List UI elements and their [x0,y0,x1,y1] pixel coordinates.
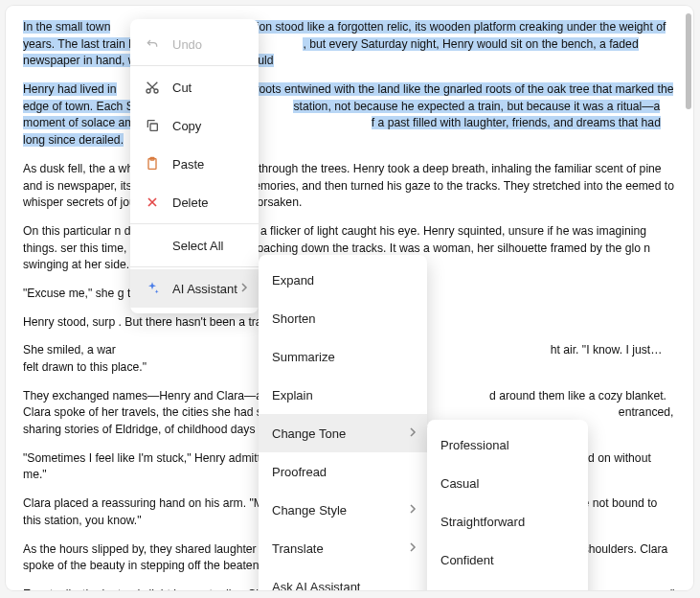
explain-label: Explain [272,388,414,402]
blank-icon [144,237,161,254]
tone-submenu: Professional Casual Straightforward Conf… [427,420,588,590]
paste-label: Paste [172,157,245,172]
delete-icon [144,194,161,211]
confident-item[interactable]: Confident [427,540,588,579]
straightforward-item[interactable]: Straightforward [427,502,588,540]
delete-label: Delete [172,196,245,210]
undo-item: Undo [130,25,259,63]
proofread-label: Proofread [272,465,414,479]
change-style-label: Change Style [272,503,414,518]
menu-separator [130,266,259,267]
copy-item[interactable]: Copy [130,106,259,145]
selected-text: In the small town [23,20,110,34]
change-tone-label: Change Tone [272,426,414,441]
svg-point-0 [147,89,150,93]
explain-item[interactable]: Explain [259,376,427,414]
cut-label: Cut [172,80,245,95]
cut-item[interactable]: Cut [130,68,259,106]
chevron-right-icon [239,283,249,294]
vertical-scrollbar[interactable] [686,13,691,109]
casual-item[interactable]: Casual [427,464,588,502]
paste-item[interactable]: Paste [130,145,259,183]
ask-ai-item[interactable]: Ask AI Assistant [259,567,427,590]
ai-assistant-label: AI Assistant [172,282,245,296]
svg-point-1 [154,89,158,93]
menu-separator [130,65,259,66]
delete-item[interactable]: Delete [130,183,259,221]
expand-label: Expand [272,273,414,288]
translate-label: Translate [272,541,414,556]
summarize-label: Summarize [272,350,414,364]
change-tone-item[interactable]: Change Tone [259,414,427,452]
select-all-item[interactable]: Select All [130,226,259,264]
context-menu: Undo Cut Copy Paste Delete [130,19,259,313]
shorten-label: Shorten [272,311,414,326]
translate-item[interactable]: Translate [259,529,427,567]
editor-container: In the small town tation stood like a fo… [6,6,693,590]
change-style-item[interactable]: Change Style [259,491,427,529]
ai-assistant-item[interactable]: AI Assistant [130,269,259,308]
summarize-item[interactable]: Summarize [259,337,427,376]
confident-label: Confident [440,553,575,567]
copy-label: Copy [172,119,245,133]
paste-icon [144,155,161,172]
chevron-right-icon [408,542,418,554]
friendly-item[interactable]: Friendly [427,579,588,590]
undo-icon [144,35,161,53]
select-all-label: Select All [172,239,245,253]
expand-item[interactable]: Expand [259,261,427,299]
professional-label: Professional [440,438,575,452]
menu-separator [130,223,259,224]
sparkle-icon [144,280,161,297]
ai-submenu: Expand Shorten Summarize Explain Change … [259,255,427,590]
casual-label: Casual [440,476,575,491]
proofread-item[interactable]: Proofread [259,452,427,491]
shorten-item[interactable]: Shorten [259,299,427,337]
svg-rect-2 [150,124,157,130]
chevron-right-icon [408,504,418,516]
ask-ai-label: Ask AI Assistant [272,580,414,591]
undo-label: Undo [172,37,245,52]
copy-icon [144,117,161,134]
professional-item[interactable]: Professional [427,426,588,464]
straightforward-label: Straightforward [440,515,575,529]
cut-icon [144,79,161,96]
chevron-right-icon [408,427,418,439]
